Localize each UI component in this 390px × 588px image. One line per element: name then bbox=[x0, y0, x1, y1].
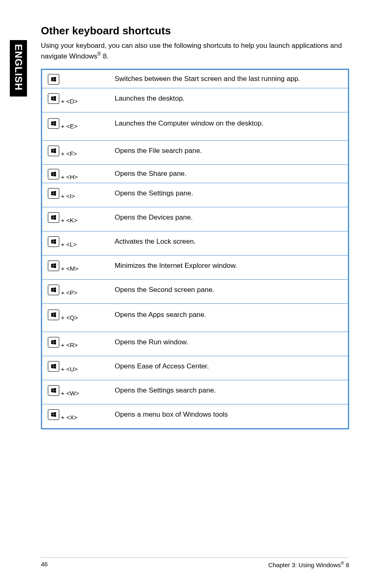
shortcut-key-cell: + <U> bbox=[42, 356, 109, 380]
svg-marker-13 bbox=[54, 148, 56, 151]
chapter-post: 8 bbox=[344, 561, 349, 568]
svg-marker-59 bbox=[54, 415, 56, 417]
page-footer: 46 Chapter 3: Using Windows® 8 bbox=[41, 561, 349, 568]
svg-marker-22 bbox=[51, 193, 53, 195]
windows-key-icon bbox=[48, 285, 59, 295]
svg-marker-47 bbox=[54, 342, 56, 345]
svg-marker-18 bbox=[51, 174, 53, 176]
shortcut-key-cell: + <P> bbox=[42, 279, 109, 303]
key-combo: + <E> bbox=[48, 118, 77, 129]
section-heading: Other keyboard shortcuts bbox=[41, 25, 349, 37]
windows-key-icon bbox=[48, 93, 59, 104]
windows-key-icon bbox=[48, 310, 59, 320]
svg-marker-46 bbox=[51, 342, 53, 344]
svg-marker-21 bbox=[54, 191, 56, 193]
shortcut-key-cell: + <D> bbox=[42, 88, 109, 112]
key-modifier: + <D> bbox=[61, 98, 78, 105]
key-combo: + <R> bbox=[48, 337, 78, 348]
intro-pre: Using your keyboard, you can also use th… bbox=[41, 42, 342, 60]
svg-marker-5 bbox=[54, 96, 56, 99]
shortcut-description: Opens the File search pane. bbox=[109, 140, 349, 164]
svg-marker-25 bbox=[54, 215, 56, 218]
shortcut-description: Activates the Lock screen. bbox=[109, 231, 349, 255]
key-modifier: + <I> bbox=[61, 193, 75, 200]
svg-marker-31 bbox=[54, 242, 56, 244]
chapter-label: Chapter 3: Using Windows® 8 bbox=[268, 561, 349, 568]
svg-marker-53 bbox=[54, 388, 56, 391]
svg-marker-7 bbox=[54, 99, 56, 101]
windows-key-icon bbox=[48, 385, 59, 396]
svg-marker-11 bbox=[54, 123, 56, 126]
key-combo bbox=[48, 74, 60, 85]
table-row: + <Q>Opens the Apps search pane. bbox=[42, 303, 349, 332]
svg-marker-27 bbox=[54, 218, 56, 220]
shortcut-description: Launches the desktop. bbox=[109, 88, 349, 112]
table-row: + <U>Opens Ease of Access Center. bbox=[42, 356, 349, 380]
key-combo: + <P> bbox=[48, 285, 77, 295]
table-row: + <L>Activates the Lock screen. bbox=[42, 231, 349, 255]
svg-marker-3 bbox=[54, 79, 56, 82]
windows-key-icon bbox=[48, 409, 59, 420]
language-label: ENGLISH bbox=[13, 44, 24, 91]
svg-marker-6 bbox=[51, 99, 53, 101]
key-modifier: + <Q> bbox=[61, 314, 78, 321]
svg-marker-52 bbox=[51, 388, 53, 390]
svg-marker-41 bbox=[54, 312, 56, 315]
windows-key-icon bbox=[48, 188, 59, 199]
svg-marker-44 bbox=[51, 340, 53, 342]
svg-marker-2 bbox=[51, 79, 53, 81]
shortcut-description: Minimizes the Internet Explorer window. bbox=[109, 255, 349, 279]
key-combo: + <L> bbox=[48, 236, 77, 247]
shortcut-key-cell: + <I> bbox=[42, 183, 109, 207]
svg-marker-29 bbox=[54, 239, 56, 242]
svg-marker-51 bbox=[54, 366, 56, 369]
shortcut-description: Opens the Settings pane. bbox=[109, 183, 349, 207]
svg-marker-32 bbox=[51, 263, 53, 265]
svg-marker-57 bbox=[54, 412, 56, 415]
shortcut-description: Opens the Devices pane. bbox=[109, 207, 349, 231]
windows-key-icon bbox=[48, 260, 59, 271]
svg-marker-19 bbox=[54, 174, 56, 177]
table-row: + <I>Opens the Settings pane. bbox=[42, 183, 349, 207]
svg-marker-33 bbox=[54, 263, 56, 266]
svg-marker-12 bbox=[51, 148, 53, 150]
shortcut-description: Launches the Computer window on the desk… bbox=[109, 112, 349, 140]
svg-marker-50 bbox=[51, 366, 53, 368]
key-modifier: + <H> bbox=[61, 173, 78, 180]
table-row: + <K>Opens the Devices pane. bbox=[42, 207, 349, 231]
windows-key-icon bbox=[48, 361, 59, 372]
shortcut-description: Opens a menu box of Windows tools bbox=[109, 404, 349, 429]
svg-marker-48 bbox=[51, 364, 53, 366]
table-row: + <H>Opens the Share pane. bbox=[42, 164, 349, 183]
shortcut-description: Switches between the Start screen and th… bbox=[109, 69, 349, 88]
shortcut-key-cell: + <M> bbox=[42, 255, 109, 279]
shortcuts-table: Switches between the Start screen and th… bbox=[41, 69, 349, 429]
key-combo: + <I> bbox=[48, 188, 75, 199]
svg-marker-30 bbox=[51, 242, 53, 244]
svg-marker-38 bbox=[51, 290, 53, 292]
svg-marker-56 bbox=[51, 412, 53, 414]
shortcut-description: Opens the Second screen pane. bbox=[109, 279, 349, 303]
svg-marker-54 bbox=[51, 391, 53, 393]
shortcut-description: Opens the Run window. bbox=[109, 332, 349, 356]
svg-marker-1 bbox=[54, 77, 56, 79]
key-combo: + <D> bbox=[48, 93, 78, 104]
table-row: + <R>Opens the Run window. bbox=[42, 332, 349, 356]
footer-divider bbox=[41, 557, 349, 558]
svg-marker-43 bbox=[54, 315, 56, 317]
svg-marker-8 bbox=[51, 121, 53, 123]
svg-marker-9 bbox=[54, 121, 56, 123]
shortcut-key-cell: + <R> bbox=[42, 332, 109, 356]
shortcut-key-cell: + <X> bbox=[42, 404, 109, 429]
shortcut-key-cell: + <L> bbox=[42, 231, 109, 255]
key-modifier: + <L> bbox=[61, 241, 77, 248]
key-modifier: + <U> bbox=[61, 366, 78, 373]
intro-text: Using your keyboard, you can also use th… bbox=[41, 41, 349, 61]
svg-marker-26 bbox=[51, 218, 53, 220]
table-row: + <P>Opens the Second screen pane. bbox=[42, 279, 349, 303]
key-modifier: + <M> bbox=[61, 265, 78, 272]
shortcut-description: Opens the Apps search pane. bbox=[109, 303, 349, 332]
table-row: + <X>Opens a menu box of Windows tools bbox=[42, 404, 349, 429]
svg-marker-55 bbox=[54, 391, 56, 393]
key-combo: + <W> bbox=[48, 385, 79, 396]
